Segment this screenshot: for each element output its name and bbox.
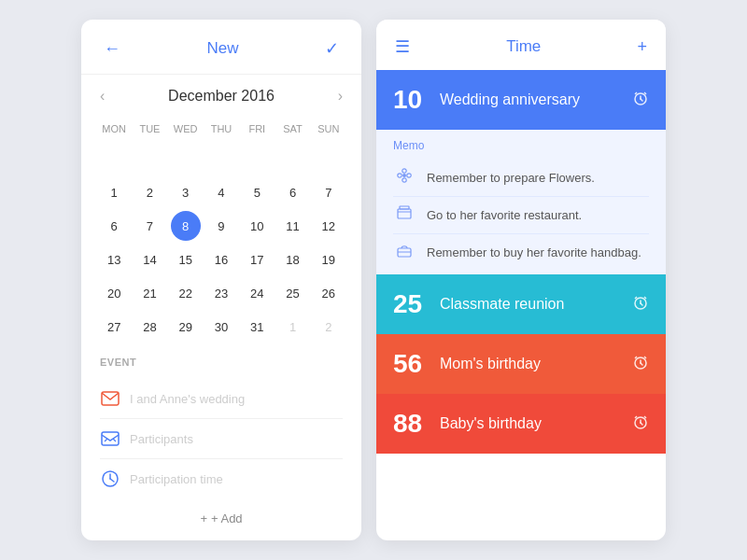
svg-rect-19 <box>400 206 409 209</box>
memo-label: Memo <box>393 139 649 152</box>
cal-date[interactable]: 13 <box>99 245 129 274</box>
cal-date[interactable]: 21 <box>134 278 164 308</box>
event-section-label: EVENT <box>100 357 343 368</box>
cal-date[interactable]: 20 <box>99 278 129 308</box>
event-row: 25 Classmate reunion <box>393 289 649 319</box>
event-title: Classmate reunion <box>430 296 632 313</box>
svg-line-3 <box>113 439 116 441</box>
cal-date[interactable]: 31 <box>242 312 272 342</box>
panel-title: New <box>206 39 238 58</box>
participants-icon <box>100 428 120 449</box>
menu-button[interactable]: ☰ <box>395 36 410 57</box>
event-row: 10 Wedding anniversary <box>393 85 649 115</box>
event-row: 88 Baby's birthday <box>393 409 649 439</box>
cal-date[interactable] <box>278 144 308 174</box>
svg-line-2 <box>105 439 107 441</box>
prev-month-button[interactable]: ‹ <box>100 88 105 105</box>
memo-section: Memo Remember to prepare Flowers. <box>376 130 666 274</box>
memo-text: Remember to buy her favorite handbag. <box>427 245 641 259</box>
cal-date[interactable]: 6 <box>278 177 308 207</box>
svg-point-15 <box>398 174 402 177</box>
cal-date[interactable]: 24 <box>242 278 272 308</box>
cal-date[interactable] <box>242 144 272 174</box>
cal-date[interactable]: 1 <box>278 312 308 342</box>
cal-date-selected[interactable]: 8 <box>171 211 201 241</box>
cal-date[interactable]: 27 <box>99 312 129 342</box>
event-card-classmate[interactable]: 25 Classmate reunion <box>376 274 666 334</box>
event-field-time <box>100 459 343 498</box>
svg-point-14 <box>402 178 406 182</box>
memo-text: Remember to prepare Flowers. <box>427 171 595 185</box>
day-sun: SUN <box>311 119 346 138</box>
confirm-button[interactable]: ✓ <box>321 36 343 61</box>
event-row: 56 Mom's birthday <box>393 349 649 379</box>
cal-date[interactable]: 1 <box>99 177 129 207</box>
cal-date[interactable] <box>206 144 236 174</box>
memo-item: Remember to buy her favorite handbag. <box>393 234 649 271</box>
cal-date[interactable] <box>171 144 201 174</box>
day-wed: WED <box>168 119 204 138</box>
event-title: Baby's birthday <box>430 415 632 432</box>
cal-date[interactable]: 4 <box>206 177 236 207</box>
event-title-input[interactable] <box>130 392 343 406</box>
svg-line-6 <box>110 479 114 482</box>
cal-date[interactable]: 5 <box>242 177 272 207</box>
event-title: Mom's birthday <box>430 356 632 372</box>
svg-line-31 <box>644 357 646 358</box>
cal-date[interactable] <box>134 144 164 174</box>
cal-date[interactable]: 2 <box>134 177 164 207</box>
cal-date[interactable]: 16 <box>206 245 236 274</box>
add-button[interactable]: + + Add <box>81 511 361 525</box>
calendar-grid: MON TUE WED THU FRI SAT SUN 1 2 3 <box>81 112 361 343</box>
svg-line-9 <box>641 99 642 101</box>
time-input[interactable] <box>130 472 343 486</box>
svg-line-34 <box>641 423 642 425</box>
day-thu: THU <box>204 119 239 138</box>
cal-date[interactable]: 18 <box>278 245 308 274</box>
cal-date[interactable]: 11 <box>278 211 308 241</box>
add-event-button[interactable]: + <box>637 37 647 57</box>
cal-date[interactable]: 3 <box>171 177 201 207</box>
cal-date[interactable]: 10 <box>242 211 272 241</box>
cal-date[interactable]: 2 <box>314 312 344 342</box>
cal-date[interactable]: 28 <box>134 312 164 342</box>
cal-date[interactable]: 29 <box>171 312 201 342</box>
cal-date[interactable]: 12 <box>314 211 344 241</box>
memo-item: Go to her favorite restaurant. <box>393 197 649 234</box>
cal-date[interactable] <box>314 144 344 174</box>
cal-date[interactable]: 7 <box>134 211 164 241</box>
memo-item: Remember to prepare Flowers. <box>393 160 649 197</box>
event-card-wedding[interactable]: 10 Wedding anniversary <box>376 70 666 130</box>
cal-date[interactable]: 7 <box>314 177 344 207</box>
svg-line-10 <box>635 92 637 94</box>
restaurant-icon <box>393 204 416 226</box>
cal-date[interactable]: 15 <box>171 245 201 274</box>
cal-date[interactable]: 14 <box>134 245 164 274</box>
cal-date[interactable]: 9 <box>206 211 236 241</box>
svg-point-12 <box>402 174 406 177</box>
cal-date[interactable]: 6 <box>99 211 129 241</box>
cal-date[interactable]: 22 <box>171 278 201 308</box>
add-label: + Add <box>211 511 243 525</box>
cal-date[interactable]: 26 <box>314 278 344 308</box>
cal-date[interactable]: 19 <box>314 245 344 274</box>
cal-date[interactable]: 30 <box>206 312 236 342</box>
calendar-month-label: December 2016 <box>168 88 275 105</box>
svg-line-24 <box>641 303 642 305</box>
svg-rect-1 <box>102 432 119 445</box>
alarm-icon <box>632 413 649 435</box>
event-card-moms-birthday[interactable]: 56 Mom's birthday <box>376 334 666 394</box>
participants-input[interactable] <box>130 432 343 446</box>
cal-date[interactable]: 25 <box>278 278 308 308</box>
day-sat: SAT <box>275 119 310 138</box>
cal-date[interactable]: 17 <box>242 245 272 274</box>
cal-date[interactable]: 23 <box>206 278 236 308</box>
event-number: 56 <box>393 349 430 379</box>
handbag-icon <box>393 242 416 263</box>
event-card-baby-birthday[interactable]: 88 Baby's birthday <box>376 394 666 454</box>
svg-line-36 <box>644 416 646 418</box>
back-button[interactable]: ← <box>100 37 124 61</box>
day-mon: MON <box>96 119 132 138</box>
next-month-button[interactable]: › <box>338 88 343 105</box>
cal-date[interactable] <box>99 144 129 174</box>
